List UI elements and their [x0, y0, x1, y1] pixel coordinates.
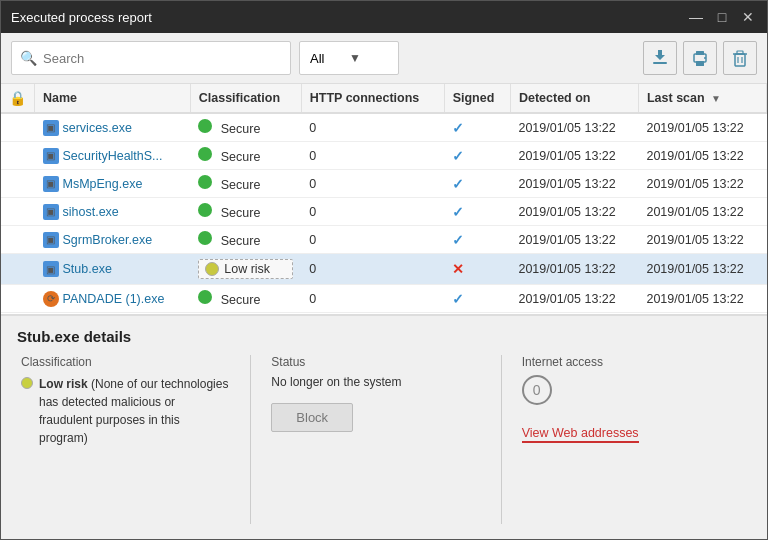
signed-cell: ✓ — [444, 170, 510, 198]
download-icon — [650, 48, 670, 68]
col-name[interactable]: Name — [35, 84, 191, 113]
signed-cell: ✕ — [444, 254, 510, 285]
dropdown-arrow-icon: ▼ — [349, 51, 388, 65]
name-cell: ▣ msdtc.exe — [35, 313, 191, 315]
process-name: MsMpEng.exe — [63, 177, 143, 191]
table-row[interactable]: ▣ Stub.exe Low risk 0 ✕ 2019/01/05 13:22… — [1, 254, 767, 285]
svg-rect-10 — [737, 51, 743, 54]
internet-icon: 0 — [522, 375, 552, 405]
detected-cell: 2019/01/05 13:22 — [510, 170, 638, 198]
detected-cell: 2019/01/05 13:22 — [510, 198, 638, 226]
details-panel: Stub.exe details Classification Low risk… — [1, 314, 767, 539]
process-icon: ▣ — [43, 176, 59, 192]
signed-cell: ✓ — [444, 313, 510, 315]
process-icon: ▣ — [43, 148, 59, 164]
classification-value: Secure — [221, 122, 261, 136]
low-risk-badge: Low risk — [198, 259, 293, 279]
lastscan-cell: 2019/01/05 13:22 — [638, 170, 766, 198]
classification-cell: Secure — [190, 313, 301, 315]
print-button[interactable] — [683, 41, 717, 75]
block-button[interactable]: Block — [271, 403, 353, 432]
process-name: SecurityHealthS... — [63, 149, 163, 163]
table-row[interactable]: ▣ services.exe Secure 0 ✓ 2019/01/05 13:… — [1, 113, 767, 142]
classification-cell: Secure — [190, 170, 301, 198]
table-wrapper: 🔒 Name Classification HTTP connections S… — [1, 84, 767, 314]
print-icon — [690, 48, 710, 68]
svg-rect-4 — [696, 51, 704, 55]
http-cell: 0 — [301, 170, 444, 198]
signed-check-icon: ✓ — [452, 291, 464, 307]
status-dot — [198, 231, 212, 245]
classification-col: Classification Low risk (None of our tec… — [17, 355, 251, 524]
process-name: SgrmBroker.exe — [63, 233, 153, 247]
classification-value: Secure — [221, 206, 261, 220]
risk-label: Low risk — [39, 377, 88, 391]
classification-value: Secure — [221, 234, 261, 248]
classification-cell: Secure — [190, 113, 301, 142]
detected-cell: 2019/01/05 13:22 — [510, 254, 638, 285]
process-icon: ⟳ — [43, 291, 59, 307]
detected-cell: 2019/01/05 13:22 — [510, 226, 638, 254]
delete-button[interactable] — [723, 41, 757, 75]
internet-count: 0 — [533, 382, 541, 398]
classification-cell: Secure — [190, 285, 301, 313]
signed-check-icon: ✓ — [452, 120, 464, 136]
maximize-button[interactable]: □ — [713, 10, 731, 24]
search-input[interactable] — [43, 51, 282, 66]
http-cell: 0 — [301, 198, 444, 226]
process-name: PANDADE (1).exe — [63, 292, 165, 306]
window-title: Executed process report — [11, 10, 152, 25]
internet-col: Internet access 0 View Web addresses — [502, 355, 751, 524]
table-row[interactable]: ▣ SecurityHealthS... Secure 0 ✓ 2019/01/… — [1, 142, 767, 170]
status-label: Status — [271, 355, 480, 369]
lock-cell — [1, 170, 35, 198]
table-row[interactable]: ▣ MsMpEng.exe Secure 0 ✓ 2019/01/05 13:2… — [1, 170, 767, 198]
lastscan-cell: 2019/01/05 13:22 — [638, 285, 766, 313]
search-box[interactable]: 🔍 — [11, 41, 291, 75]
signed-check-icon: ✓ — [452, 232, 464, 248]
signed-cell: ✓ — [444, 142, 510, 170]
table-row[interactable]: ▣ sihost.exe Secure 0 ✓ 2019/01/05 13:22… — [1, 198, 767, 226]
process-icon: ▣ — [43, 204, 59, 220]
http-cell: 0 — [301, 313, 444, 315]
lastscan-cell: 2019/01/05 13:22 — [638, 226, 766, 254]
col-http[interactable]: HTTP connections — [301, 84, 444, 113]
lock-cell — [1, 313, 35, 315]
signed-cell: ✓ — [444, 226, 510, 254]
status-value: No longer on the system — [271, 375, 480, 389]
status-content: No longer on the system Block — [271, 375, 480, 432]
name-cell: ▣ MsMpEng.exe — [35, 170, 191, 198]
status-dot — [198, 290, 212, 304]
delete-icon — [730, 48, 750, 68]
process-name: services.exe — [63, 121, 132, 135]
close-button[interactable]: ✕ — [739, 10, 757, 24]
process-name: sihost.exe — [63, 205, 119, 219]
table-row[interactable]: ▣ SgrmBroker.exe Secure 0 ✓ 2019/01/05 1… — [1, 226, 767, 254]
detected-cell: 2019/01/05 13:22 — [510, 285, 638, 313]
minimize-button[interactable]: — — [687, 10, 705, 24]
http-cell: 0 — [301, 226, 444, 254]
status-dot — [198, 203, 212, 217]
signed-cell: ✓ — [444, 198, 510, 226]
name-cell: ▣ sihost.exe — [35, 198, 191, 226]
download-button[interactable] — [643, 41, 677, 75]
sort-icon: ▼ — [711, 93, 721, 104]
col-signed[interactable]: Signed — [444, 84, 510, 113]
table-row[interactable]: ⟳ PANDADE (1).exe Secure 0 ✓ 2019/01/05 … — [1, 285, 767, 313]
detected-cell: 2019/01/05 13:22 — [510, 113, 638, 142]
signed-cell: ✓ — [444, 113, 510, 142]
lock-cell — [1, 285, 35, 313]
classification-text: Low risk (None of our technologies has d… — [39, 375, 230, 447]
http-cell: 0 — [301, 285, 444, 313]
detected-cell: 2019/01/05 13:22 — [510, 313, 638, 315]
col-classification[interactable]: Classification — [190, 84, 301, 113]
view-web-addresses-link[interactable]: View Web addresses — [522, 426, 639, 443]
col-detected[interactable]: Detected on — [510, 84, 638, 113]
filter-dropdown[interactable]: All ▼ — [299, 41, 399, 75]
lock-icon: 🔒 — [9, 90, 26, 106]
lock-cell — [1, 142, 35, 170]
status-col: Status No longer on the system Block — [251, 355, 501, 524]
table-row[interactable]: ▣ msdtc.exe Secure 0 ✓ 2019/01/05 13:22 … — [1, 313, 767, 315]
table-header-row: 🔒 Name Classification HTTP connections S… — [1, 84, 767, 113]
col-lastscan[interactable]: Last scan ▼ — [638, 84, 766, 113]
